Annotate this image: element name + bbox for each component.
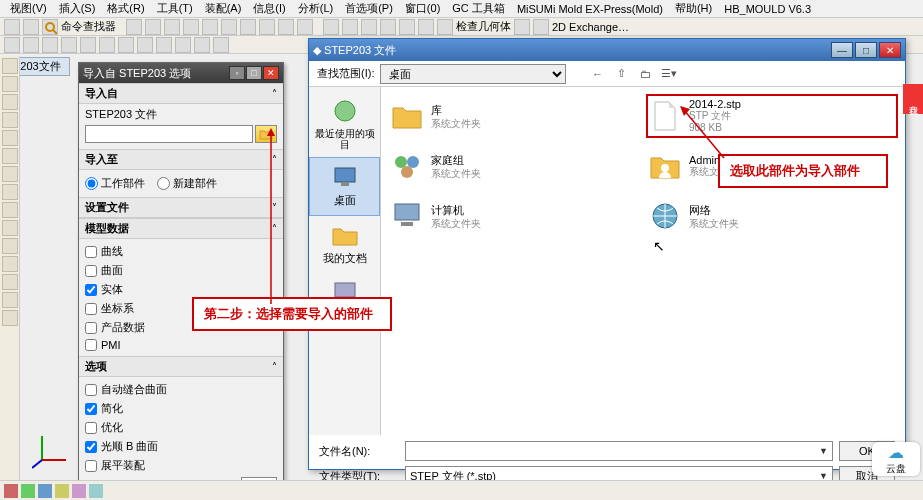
vtb-icon[interactable]	[2, 184, 18, 200]
cb-pmi[interactable]	[85, 339, 97, 351]
btb-icon[interactable]	[310, 484, 324, 498]
section-import-to[interactable]: 导入至˄	[79, 149, 283, 170]
btb-icon[interactable]	[191, 484, 205, 498]
section-options[interactable]: 选项˄	[79, 356, 283, 377]
menu-info[interactable]: 信息(I)	[247, 1, 291, 16]
cb-cs[interactable]	[85, 303, 97, 315]
close-icon[interactable]: ✕	[879, 42, 901, 58]
menu-insert[interactable]: 插入(S)	[53, 1, 102, 16]
tb-icon[interactable]	[164, 19, 180, 35]
tb-icon[interactable]	[23, 37, 39, 53]
tb-icon[interactable]	[342, 19, 358, 35]
tb-icon[interactable]	[240, 19, 256, 35]
btb-icon[interactable]	[55, 484, 69, 498]
vtb-icon[interactable]	[2, 58, 18, 74]
vtb-icon[interactable]	[2, 166, 18, 182]
tb-icon[interactable]	[183, 19, 199, 35]
tb-icon[interactable]	[61, 37, 77, 53]
btb-icon[interactable]	[361, 484, 375, 498]
vtb-icon[interactable]	[2, 310, 18, 326]
filename-combo[interactable]: ▼	[405, 441, 833, 461]
file-dialog-titlebar[interactable]: ◆ STEP203 文件 — □ ✕	[309, 39, 905, 61]
tb-icon[interactable]	[213, 37, 229, 53]
vtb-icon[interactable]	[2, 292, 18, 308]
file-item-库[interactable]: 库系统文件夹	[389, 95, 639, 137]
vtb-icon[interactable]	[2, 94, 18, 110]
tb-icon[interactable]	[437, 19, 453, 35]
tb-icon[interactable]	[221, 19, 237, 35]
radio-new-part[interactable]: 新建部件	[157, 176, 217, 191]
vtb-icon[interactable]	[2, 130, 18, 146]
btb-icon[interactable]	[293, 484, 307, 498]
btb-icon[interactable]	[259, 484, 273, 498]
tb-icon[interactable]	[4, 37, 20, 53]
btb-icon[interactable]	[123, 484, 137, 498]
tb-icon[interactable]	[118, 37, 134, 53]
menu-prefs[interactable]: 首选项(P)	[339, 1, 399, 16]
vtb-icon[interactable]	[2, 76, 18, 92]
tb-icon[interactable]	[323, 19, 339, 35]
close-icon[interactable]: ✕	[263, 66, 279, 80]
vtb-icon[interactable]	[2, 220, 18, 236]
view-menu-icon[interactable]: ☰▾	[660, 65, 678, 83]
side-promo-tag[interactable]: 点我	[903, 84, 923, 114]
cb-optimize[interactable]	[85, 422, 97, 434]
cb-surface[interactable]	[85, 265, 97, 277]
section-model-data[interactable]: 模型数据˄	[79, 218, 283, 239]
file-item-计算机[interactable]: 计算机系统文件夹	[389, 195, 639, 237]
btb-icon[interactable]	[21, 484, 35, 498]
maximize-icon[interactable]: □	[246, 66, 262, 80]
file-item-家庭组[interactable]: 家庭组系统文件夹	[389, 145, 639, 187]
tb-icon[interactable]	[259, 19, 275, 35]
tb-icon[interactable]	[514, 19, 530, 35]
menu-help[interactable]: 帮助(H)	[669, 1, 718, 16]
vtb-icon[interactable]	[2, 112, 18, 128]
btb-icon[interactable]	[38, 484, 52, 498]
tb-icon[interactable]	[80, 37, 96, 53]
cb-simplify[interactable]	[85, 403, 97, 415]
vtb-icon[interactable]	[2, 274, 18, 290]
sidebar-desktop[interactable]: 桌面	[309, 157, 380, 216]
sidebar-recent[interactable]: 最近使用的项目	[309, 93, 380, 157]
menu-hbmould[interactable]: HB_MOULD V6.3	[718, 3, 817, 15]
file-item-网络[interactable]: 网络系统文件夹	[647, 195, 897, 237]
vtb-icon[interactable]	[2, 202, 18, 218]
tb-icon[interactable]	[137, 37, 153, 53]
tb-icon[interactable]	[126, 19, 142, 35]
menu-assembly[interactable]: 装配(A)	[199, 1, 248, 16]
menu-gc[interactable]: GC 工具箱	[446, 1, 511, 16]
lookin-combo[interactable]: 桌面	[380, 64, 566, 84]
vtb-icon[interactable]	[2, 238, 18, 254]
btb-icon[interactable]	[276, 484, 290, 498]
section-settings[interactable]: 设置文件˅	[79, 197, 283, 218]
vtb-icon[interactable]	[2, 256, 18, 272]
btb-icon[interactable]	[208, 484, 222, 498]
tb-icon[interactable]	[42, 37, 58, 53]
tb-icon[interactable]	[380, 19, 396, 35]
btb-icon[interactable]	[72, 484, 86, 498]
cb-autosew[interactable]	[85, 384, 97, 396]
cmd-finder-label[interactable]: 命令查找器	[61, 19, 116, 34]
radio-work-part[interactable]: 工作部件	[85, 176, 145, 191]
cb-solid[interactable]	[85, 284, 97, 296]
tb-icon[interactable]	[194, 37, 210, 53]
browse-button[interactable]	[255, 125, 277, 143]
tb-icon[interactable]	[4, 19, 20, 35]
menu-analysis[interactable]: 分析(L)	[292, 1, 339, 16]
cloud-badge[interactable]: ☁云盘	[872, 442, 920, 476]
tb-icon[interactable]	[23, 19, 39, 35]
tb-icon[interactable]	[399, 19, 415, 35]
geom-check-label[interactable]: 检查几何体	[456, 19, 511, 34]
btb-icon[interactable]	[344, 484, 358, 498]
tb-icon[interactable]	[99, 37, 115, 53]
btb-icon[interactable]	[4, 484, 18, 498]
sidebar-documents[interactable]: 我的文档	[309, 216, 380, 273]
back-icon[interactable]: ←	[588, 65, 606, 83]
cb-bsurface[interactable]	[85, 441, 97, 453]
tb-icon[interactable]	[202, 19, 218, 35]
cb-flatten[interactable]	[85, 460, 97, 472]
menu-window[interactable]: 窗口(0)	[399, 1, 446, 16]
btb-icon[interactable]	[327, 484, 341, 498]
tb-icon[interactable]	[297, 19, 313, 35]
btb-icon[interactable]	[140, 484, 154, 498]
